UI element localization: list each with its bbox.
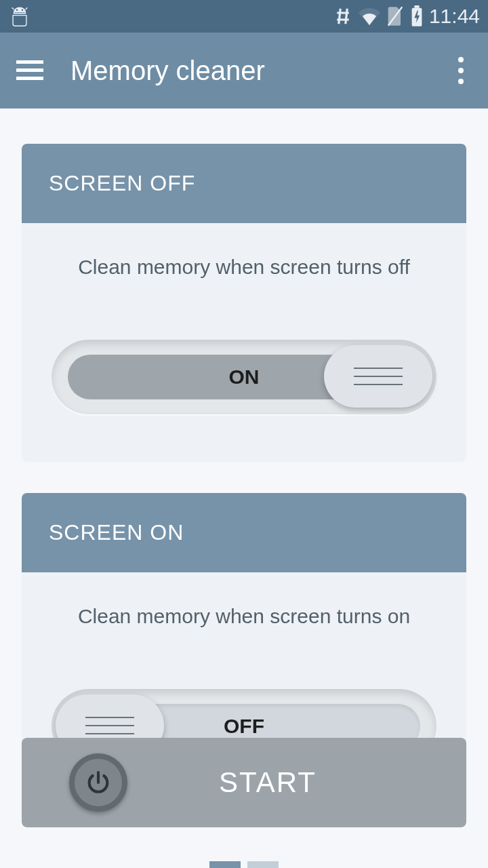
toggle-label: ON bbox=[229, 366, 260, 389]
content-area: SCREEN OFF Clean memory when screen turn… bbox=[0, 108, 488, 811]
menu-button[interactable] bbox=[16, 60, 49, 81]
toggle-label: OFF bbox=[224, 715, 264, 738]
pager-dot bbox=[247, 861, 279, 868]
status-right: 11:44 bbox=[333, 5, 480, 28]
svg-rect-5 bbox=[414, 5, 419, 8]
status-time: 11:44 bbox=[429, 5, 480, 28]
app-bar: Memory cleaner bbox=[0, 33, 488, 108]
start-label: START bbox=[69, 766, 466, 799]
page-title: Memory cleaner bbox=[70, 56, 450, 86]
status-bar: 11:44 bbox=[0, 0, 488, 33]
svg-point-3 bbox=[22, 9, 24, 12]
hash-icon bbox=[333, 6, 353, 26]
start-button[interactable]: START bbox=[22, 738, 466, 827]
battery-charging-icon bbox=[410, 5, 424, 27]
card-header: SCREEN ON bbox=[22, 493, 466, 572]
card-subtitle: Clean memory when screen turns on bbox=[22, 572, 466, 628]
sim-icon bbox=[386, 5, 405, 27]
dots-icon bbox=[458, 57, 464, 62]
svg-rect-7 bbox=[16, 68, 43, 72]
toggle-container: ON bbox=[22, 279, 466, 462]
screen-off-toggle[interactable]: ON bbox=[52, 340, 436, 414]
card-subtitle: Clean memory when screen turns off bbox=[22, 223, 466, 279]
overflow-menu-button[interactable] bbox=[450, 57, 472, 84]
screen-off-card: SCREEN OFF Clean memory when screen turn… bbox=[22, 144, 466, 462]
pager-indicator bbox=[209, 861, 279, 868]
status-left bbox=[8, 5, 31, 28]
card-header: SCREEN OFF bbox=[22, 144, 466, 223]
android-mascot-icon bbox=[8, 5, 31, 28]
toggle-knob bbox=[324, 345, 432, 408]
svg-rect-8 bbox=[16, 77, 43, 80]
wifi-icon bbox=[359, 5, 380, 27]
pager-dot-active bbox=[209, 861, 241, 868]
svg-rect-6 bbox=[16, 60, 43, 64]
svg-point-2 bbox=[16, 9, 18, 12]
hamburger-icon bbox=[16, 60, 43, 81]
